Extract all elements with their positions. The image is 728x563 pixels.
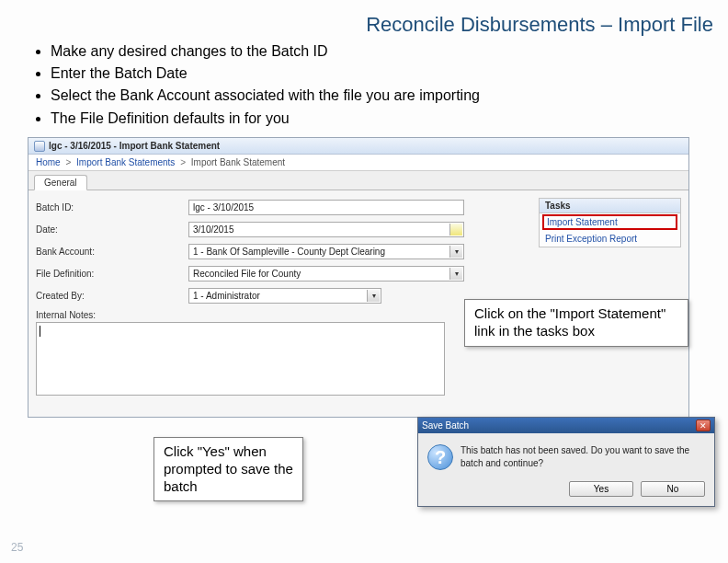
bullet-item: The File Definition defaults in for you [51,108,480,129]
bullet-item: Select the Bank Account associated with … [51,85,480,106]
no-button[interactable]: No [641,481,705,497]
callout-import: Click on the "Import Statement" link in … [464,299,688,347]
date-label: Date: [36,224,188,235]
breadcrumb-current: Import Bank Statement [191,157,285,167]
date-value: 3/10/2015 [193,224,234,235]
tasks-header: Tasks [540,199,680,213]
tab-general[interactable]: General [34,175,87,190]
batch-id-input[interactable]: lgc - 3/10/2015 [188,200,464,215]
breadcrumb-separator: > [63,157,74,167]
tasks-import-link[interactable]: Import Statement [547,217,618,227]
yes-button[interactable]: Yes [569,481,633,497]
batch-id-label: Batch ID: [36,202,188,213]
file-definition-select[interactable]: Reconciled File for County ▾ [188,266,464,282]
dialog-message: This batch has not been saved. Do you wa… [461,444,705,470]
question-icon: ? [427,444,453,470]
internal-notes-textarea[interactable] [36,322,445,396]
created-by-label: Created By: [36,291,188,301]
save-batch-dialog: Save Batch ✕ ? This batch has not been s… [417,417,715,507]
tasks-import-highlight: Import Statement [542,214,677,230]
instruction-bullets: Make any desired changes to the Batch ID… [32,40,480,130]
bank-account-select[interactable]: 1 - Bank Of Sampleville - County Dept Cl… [188,244,464,259]
breadcrumb-separator: > [177,157,188,167]
tasks-print-link[interactable]: Print Exception Report [540,231,680,247]
breadcrumb-mid[interactable]: Import Bank Statements [76,157,175,167]
file-definition-label: File Definition: [36,269,188,279]
window-titlebar: lgc - 3/16/2015 - Import Bank Statement [28,138,688,155]
tab-strip: General [28,172,688,190]
close-icon[interactable]: ✕ [696,419,711,431]
calendar-icon[interactable] [449,224,462,236]
page-number: 25 [11,541,23,554]
dialog-titlebar: Save Batch ✕ [418,418,714,433]
created-by-select[interactable]: 1 - Administrator ▾ [188,288,381,304]
bank-account-label: Bank Account: [36,247,188,257]
file-definition-value: Reconciled File for County [193,269,301,279]
internal-notes-label: Internal Notes: [36,310,490,320]
slide-title: Reconcile Disbursements – Import File [366,13,713,37]
chevron-down-icon[interactable]: ▾ [449,246,462,258]
created-by-value: 1 - Administrator [193,291,260,301]
breadcrumb: Home > Import Bank Statements > Import B… [28,155,688,171]
tasks-panel: Tasks Import Statement Print Exception R… [539,198,681,247]
bullet-item: Make any desired changes to the Batch ID [51,40,480,62]
app-icon [34,141,45,152]
app-window: lgc - 3/16/2015 - Import Bank Statement … [28,137,689,418]
chevron-down-icon[interactable]: ▾ [449,268,462,280]
text-cursor [40,326,40,337]
window-title: lgc - 3/16/2015 - Import Bank Statement [49,141,220,151]
dialog-title-text: Save Batch [422,420,469,431]
bank-account-value: 1 - Bank Of Sampleville - County Dept Cl… [193,247,385,257]
chevron-down-icon[interactable]: ▾ [367,290,380,302]
callout-save: Click "Yes" when prompted to save the ba… [154,437,303,501]
breadcrumb-root[interactable]: Home [36,157,61,167]
bullet-item: Enter the Batch Date [51,63,480,84]
date-input[interactable]: 3/10/2015 [188,222,464,237]
batch-id-value: lgc - 3/10/2015 [193,202,254,213]
